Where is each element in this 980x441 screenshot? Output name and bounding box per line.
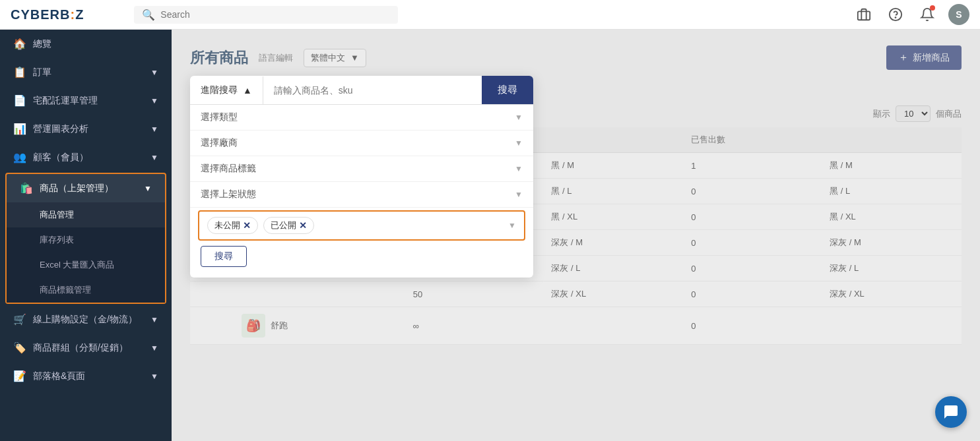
sidebar-item-label: 商品群組（分類/促銷） — [33, 342, 128, 354]
filter-tag[interactable]: 選擇商品標籤 ▼ — [190, 156, 533, 182]
lang-label: 語言編輯 — [259, 52, 293, 64]
sidebar-item-label: 線上購物設定（金/物流） — [33, 314, 137, 326]
display-label: 顯示 — [873, 108, 890, 120]
sidebar-item-customers[interactable]: 👥 顧客（會員） ▼ — [0, 143, 172, 171]
search-header-row: 進階搜尋 ▲ 搜尋 — [190, 76, 533, 105]
lang-select[interactable]: 繁體中文 ▼ — [304, 49, 366, 67]
search-action-button[interactable]: 搜尋 — [201, 246, 247, 267]
svg-rect-0 — [858, 11, 870, 20]
selected-tags: 未公開 ✕ 已公開 ✕ — [207, 217, 314, 234]
filter-status-label: 選擇上架狀態 — [201, 189, 256, 200]
chevron-down-icon: ▼ — [515, 190, 523, 199]
page-title: 所有商品 — [190, 48, 248, 68]
search-overlay: 進階搜尋 ▲ 搜尋 選擇類型 ▼ 選擇廠商 ▼ 選擇商品標籤 ▼ 選擇上架狀態 — [190, 76, 533, 278]
promotions-icon: 🏷️ — [13, 341, 26, 354]
table-row-last: 🎒 舒跑 ∞ 0 — [190, 307, 962, 345]
product-image: 🎒 — [242, 314, 265, 338]
filter-tag-label: 選擇商品標籤 — [201, 163, 256, 175]
sidebar-products-section: 🛍️ 商品（上架管理） ▼ 商品管理 庫存列表 Excel 大量匯入商品 商品標… — [5, 173, 166, 304]
col-header-variant2 — [822, 127, 962, 153]
search-bar[interactable]: 🔍 — [134, 6, 398, 24]
sidebar-item-label: 總覽 — [33, 38, 51, 50]
products-icon: 🛍️ — [20, 182, 33, 194]
filter-vendor[interactable]: 選擇廠商 ▼ — [190, 131, 533, 156]
chevron-down-icon: ▼ — [515, 164, 523, 173]
tag-close-unpublished[interactable]: ✕ — [243, 220, 251, 231]
chevron-down-icon: ▼ — [144, 184, 152, 193]
blog-icon: 📝 — [13, 370, 26, 382]
sidebar-item-analytics[interactable]: 📊 營運圖表分析 ▼ — [0, 115, 172, 143]
tag-label: 已公開 — [271, 220, 296, 231]
col-header-variant1 — [543, 127, 683, 153]
chevron-up-icon: ▲ — [243, 85, 252, 96]
filter-type[interactable]: 選擇類型 ▼ — [190, 105, 533, 131]
sidebar-item-product-tags[interactable]: 商品標籤管理 — [7, 278, 165, 303]
advanced-search-tab[interactable]: 進階搜尋 ▲ — [190, 76, 263, 104]
table-row: 50 深灰 / XL 0 深灰 / XL — [190, 281, 962, 307]
bell-icon[interactable] — [917, 4, 938, 25]
chevron-down-icon: ▼ — [150, 343, 158, 353]
sidebar: 🏠 總覽 📋 訂單 ▼ 📄 宅配託運單管理 ▼ 📊 營運圖表分析 ▼ 👥 顧客（… — [0, 30, 172, 441]
chat-bubble[interactable] — [935, 396, 967, 428]
sidebar-item-inventory[interactable]: 庫存列表 — [7, 227, 165, 252]
tag-published: 已公開 ✕ — [263, 217, 314, 234]
selected-tags-row: 未公開 ✕ 已公開 ✕ ▼ — [198, 210, 525, 241]
analytics-icon: 📊 — [13, 123, 26, 135]
content-area: 所有商品 語言編輯 繁體中文 ▼ ＋ 新增商品 ↗ 匯入會員專屬價格 顯示 10… — [172, 30, 980, 441]
sidebar-item-excel-import[interactable]: Excel 大量匯入商品 — [7, 252, 165, 278]
chevron-down-icon: ▼ — [150, 153, 158, 162]
plus-icon: ＋ — [898, 51, 909, 65]
top-nav-right: S — [853, 4, 969, 25]
lang-value: 繁體中文 — [311, 52, 345, 64]
chevron-down-icon: ▼ — [150, 125, 158, 134]
page-header: 所有商品 語言編輯 繁體中文 ▼ ＋ 新增商品 — [190, 45, 962, 70]
tag-label: 未公開 — [214, 220, 240, 231]
tag-unpublished: 未公開 ✕ — [207, 217, 258, 234]
new-product-button[interactable]: ＋ 新增商品 — [886, 45, 962, 70]
sidebar-item-label: 營運圖表分析 — [33, 123, 88, 135]
chevron-down-icon: ▼ — [508, 221, 516, 230]
sidebar-item-label: 訂單 — [33, 67, 51, 78]
search-button[interactable]: 搜尋 — [482, 76, 533, 104]
col-header-sold: 已售出數 — [683, 127, 822, 153]
sidebar-item-products[interactable]: 🛍️ 商品（上架管理） ▼ — [7, 174, 165, 202]
customers-icon: 👥 — [13, 151, 26, 163]
sidebar-item-shipping[interactable]: 📄 宅配託運單管理 ▼ — [0, 86, 172, 115]
advanced-search-label: 進階搜尋 — [201, 84, 238, 96]
sidebar-item-label: 部落格&頁面 — [33, 370, 85, 382]
sidebar-item-label: 宅配託運單管理 — [33, 95, 98, 107]
product-name: 舒跑 — [271, 320, 288, 332]
filter-type-label: 選擇類型 — [201, 111, 238, 123]
chevron-down-icon: ▼ — [150, 315, 158, 324]
sidebar-item-orders[interactable]: 📋 訂單 ▼ — [0, 58, 172, 86]
chevron-down-icon: ▼ — [150, 372, 158, 381]
sidebar-item-dashboard[interactable]: 🏠 總覽 — [0, 30, 172, 58]
chevron-down-icon: ▼ — [515, 138, 523, 148]
sidebar-item-blog[interactable]: 📝 部落格&頁面 ▼ — [0, 362, 172, 390]
filter-status[interactable]: 選擇上架狀態 ▼ — [190, 182, 533, 208]
sidebar-item-promotions[interactable]: 🏷️ 商品群組（分類/促銷） ▼ — [0, 334, 172, 362]
sidebar-item-label: 商品（上架管理） — [40, 183, 114, 194]
new-product-label: 新增商品 — [913, 52, 950, 64]
notification-badge — [930, 5, 935, 11]
sidebar-item-label: 顧客（會員） — [33, 152, 88, 163]
orders-icon: 📋 — [13, 66, 26, 78]
chevron-down-icon: ▼ — [150, 68, 158, 77]
chevron-down-icon: ▼ — [150, 96, 158, 105]
shipping-icon: 📄 — [13, 94, 26, 107]
search-input[interactable] — [160, 9, 390, 20]
chevron-down-icon: ▼ — [515, 113, 523, 122]
sidebar-item-product-mgmt[interactable]: 商品管理 — [7, 202, 165, 227]
tag-close-published[interactable]: ✕ — [299, 220, 307, 231]
top-nav: CYBERB:Z 🔍 S — [0, 0, 980, 30]
product-search-input[interactable] — [263, 77, 482, 103]
sidebar-item-cart-settings[interactable]: 🛒 線上購物設定（金/物流） ▼ — [0, 305, 172, 334]
avatar[interactable]: S — [948, 4, 969, 25]
logo: CYBERB:Z — [11, 7, 84, 22]
home-icon: 🏠 — [13, 38, 26, 50]
help-icon[interactable] — [885, 4, 906, 25]
page-size-select[interactable]: 10 25 50 — [896, 105, 931, 122]
store-icon[interactable] — [853, 4, 874, 25]
filter-vendor-label: 選擇廠商 — [201, 137, 238, 149]
main-layout: 🏠 總覽 📋 訂單 ▼ 📄 宅配託運單管理 ▼ 📊 營運圖表分析 ▼ 👥 顧客（… — [0, 30, 980, 441]
